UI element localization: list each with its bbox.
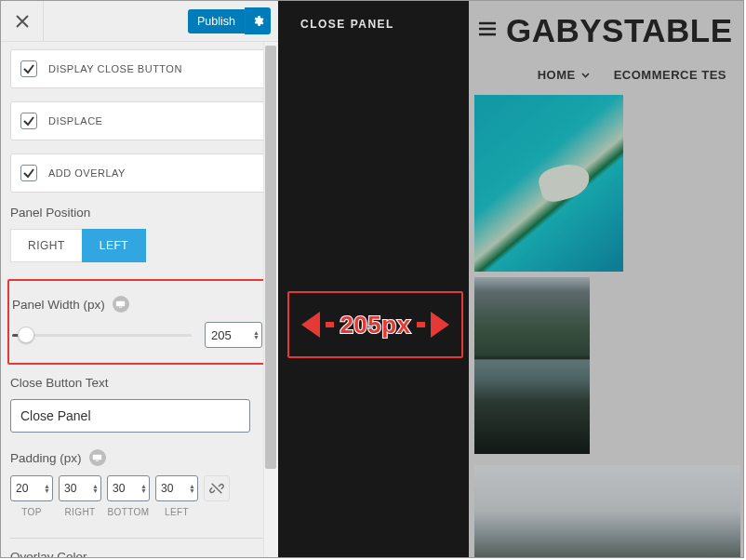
arrow-right-icon: [431, 312, 449, 338]
desktop-icon: [92, 454, 102, 461]
spinner-icon[interactable]: ▲▼: [92, 484, 99, 493]
dash-icon: [326, 322, 334, 327]
arrow-left-icon: [301, 312, 320, 338]
padding-right-lbl: RIGHT: [64, 507, 95, 517]
checkbox-checked-icon: [20, 113, 37, 129]
gallery-image[interactable]: [474, 277, 590, 454]
checkbox-checked-icon: [20, 60, 37, 77]
padding-right-input[interactable]: 30▲▼: [59, 475, 101, 501]
close-button-text-label: Close Button Text: [10, 376, 269, 390]
site-brand: GABYSTABLE: [506, 12, 733, 49]
preview-close-panel-text[interactable]: CLOSE PANEL: [278, 1, 469, 31]
device-badge[interactable]: [113, 296, 129, 313]
gear-icon: [252, 15, 264, 27]
padding-top-lbl: TOP: [21, 507, 42, 517]
site-preview: GABYSTABLE HOME ECOMMERCE TES: [469, 1, 743, 557]
scrollbar-thumb[interactable]: [265, 46, 276, 469]
unlink-icon: [209, 481, 224, 496]
hamburger-menu-button[interactable]: [478, 21, 497, 40]
panel-width-highlight: Panel Width (px) 205 ▲▼: [7, 279, 272, 365]
slider-thumb[interactable]: [18, 327, 34, 343]
close-icon: [16, 15, 29, 28]
option-display-close-button[interactable]: DISPLAY CLOSE BUTTON: [10, 49, 269, 88]
desktop-icon: [115, 300, 126, 308]
panel-width-slider[interactable]: [12, 334, 192, 337]
gallery-image[interactable]: [474, 95, 623, 272]
publish-button[interactable]: Publish: [188, 9, 245, 33]
device-badge[interactable]: [89, 449, 106, 466]
panel-position-label: Panel Position: [10, 206, 269, 220]
position-left-button[interactable]: LEFT: [82, 229, 146, 262]
padding-label: Padding (px): [10, 449, 269, 466]
svg-rect-1: [119, 307, 122, 308]
padding-label-text: Padding (px): [10, 451, 82, 465]
width-indicator-overlay: 205px: [287, 291, 463, 358]
panel-width-input[interactable]: 205 ▲▼: [205, 322, 262, 348]
checkbox-checked-icon: [20, 165, 37, 181]
customizer-header: Publish: [1, 1, 278, 42]
position-right-button[interactable]: RIGHT: [10, 229, 82, 262]
close-button-text-input[interactable]: Close Panel: [10, 399, 250, 433]
customizer-sidebar: Publish DISPLAY CLOSE BUTTON DISPLACE: [1, 1, 278, 557]
padding-bottom-lbl: BOTTOM: [108, 507, 150, 517]
padding-left-lbl: LEFT: [165, 507, 189, 517]
overlay-color-label: Overlay Color: [10, 550, 269, 557]
panel-width-value: 205: [211, 328, 232, 342]
option-label: ADD OVERLAY: [48, 167, 126, 179]
chevron-down-icon: [581, 73, 590, 78]
publish-settings-button[interactable]: [245, 7, 271, 34]
option-label: DISPLACE: [48, 115, 102, 127]
spinner-icon[interactable]: ▲▼: [44, 484, 50, 493]
customizer-body: DISPLAY CLOSE BUTTON DISPLACE ADD OVERLA…: [1, 42, 278, 557]
spinner-icon[interactable]: ▲▼: [253, 330, 260, 340]
padding-bottom-input[interactable]: 30▲▼: [107, 475, 150, 501]
option-label: DISPLAY CLOSE BUTTON: [48, 63, 182, 74]
panel-width-label: Panel Width (px): [12, 296, 262, 313]
nav-ecommerce[interactable]: ECOMMERCE TES: [614, 68, 726, 82]
gallery: [469, 95, 743, 557]
svg-rect-3: [96, 460, 99, 461]
gallery-image[interactable]: [474, 465, 740, 557]
padding-top-input[interactable]: 20▲▼: [10, 475, 53, 501]
option-add-overlay[interactable]: ADD OVERLAY: [10, 153, 269, 193]
close-customizer-button[interactable]: [1, 1, 44, 41]
panel-width-label-text: Panel Width (px): [12, 298, 105, 312]
spinner-icon[interactable]: ▲▼: [189, 484, 195, 493]
svg-rect-0: [116, 301, 125, 307]
dash-icon: [417, 322, 425, 327]
spinner-icon[interactable]: ▲▼: [140, 484, 147, 493]
link-padding-toggle[interactable]: [204, 475, 230, 501]
hamburger-icon: [478, 21, 497, 36]
scrollbar[interactable]: [263, 42, 278, 557]
nav-home[interactable]: HOME: [538, 68, 590, 82]
preview-slide-panel: CLOSE PANEL 205px: [278, 1, 469, 557]
svg-rect-2: [93, 455, 101, 460]
width-indicator-label: 205px: [340, 311, 410, 340]
option-displace[interactable]: DISPLACE: [10, 101, 269, 140]
padding-left-input[interactable]: 30▲▼: [155, 475, 198, 501]
